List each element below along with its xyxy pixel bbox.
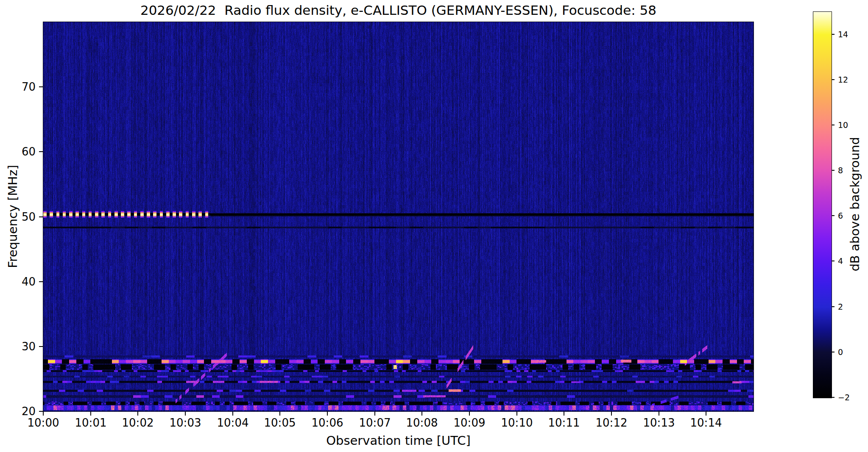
colorbar-tick-label: −2 [838,393,850,402]
colorbar-tick-mark [832,306,835,307]
colorbar-tick-label: 12 [838,75,848,84]
colorbar-tick-mark [832,352,835,352]
x-tick-label: 10:10 [501,416,533,429]
chart-title: 2026/02/22 Radio flux density, e-CALLIST… [43,3,754,18]
x-tick-label: 10:14 [690,416,722,429]
x-tick-label: 10:09 [454,416,486,429]
colorbar [813,11,832,398]
y-tick-mark [39,346,43,347]
colorbar-tick-label: 0 [838,347,843,357]
x-tick-label: 10:13 [643,416,675,429]
y-tick-label: 20 [11,405,36,418]
colorbar-tick-mark [832,397,835,398]
x-tick-mark [43,412,44,416]
colorbar-tick-label: 2 [838,302,843,311]
x-tick-mark [374,412,375,416]
x-tick-label: 10:06 [312,416,343,429]
x-tick-mark [185,412,186,416]
y-tick-label: 40 [11,275,36,288]
y-tick-mark [39,411,43,412]
x-tick-label: 10:05 [264,416,296,429]
spectrogram-image [43,22,754,411]
colorbar-tick-mark [832,125,835,125]
x-tick-label: 10:02 [122,416,154,429]
x-tick-mark [232,412,233,416]
x-tick-mark [706,412,706,416]
x-tick-mark [564,412,564,416]
x-tick-mark [516,412,517,416]
colorbar-tick-label: 10 [838,120,848,130]
colorbar-tick-mark [832,170,835,171]
y-tick-mark [39,216,43,217]
y-tick-label: 70 [11,80,36,93]
colorbar-tick-label: 4 [838,256,843,266]
x-tick-mark [327,412,328,416]
colorbar-tick-label: 14 [838,30,848,39]
x-tick-mark [469,412,470,416]
x-tick-label: 10:03 [170,416,201,429]
colorbar-tick-label: 6 [838,211,843,220]
x-tick-label: 10:11 [548,416,580,429]
x-tick-mark [659,412,659,416]
colorbar-tick-label: 8 [838,166,843,175]
y-tick-mark [39,151,43,152]
colorbar-tick-mark [832,34,835,35]
colorbar-tick-mark [832,261,835,261]
y-tick-mark [39,281,43,282]
x-tick-label: 10:08 [406,416,438,429]
spectrogram-figure: 2026/02/22 Radio flux density, e-CALLIST… [0,0,868,452]
x-tick-label: 10:00 [28,416,59,429]
colorbar-tick-mark [832,79,835,80]
x-tick-mark [90,412,91,416]
x-axis-label: Observation time [UTC] [43,433,754,448]
colorbar-label: dB above background [848,137,862,271]
x-tick-mark [137,412,138,416]
x-tick-label: 10:04 [217,416,249,429]
y-tick-label: 30 [11,340,36,353]
x-tick-mark [421,412,422,416]
colorbar-tick-mark [832,215,835,216]
x-tick-mark [611,412,612,416]
y-tick-mark [39,86,43,87]
x-tick-label: 10:12 [596,416,628,429]
y-tick-label: 50 [11,211,36,223]
x-tick-mark [279,412,280,416]
x-tick-label: 10:01 [75,416,107,429]
x-tick-label: 10:07 [359,416,391,429]
y-tick-label: 60 [11,145,36,158]
